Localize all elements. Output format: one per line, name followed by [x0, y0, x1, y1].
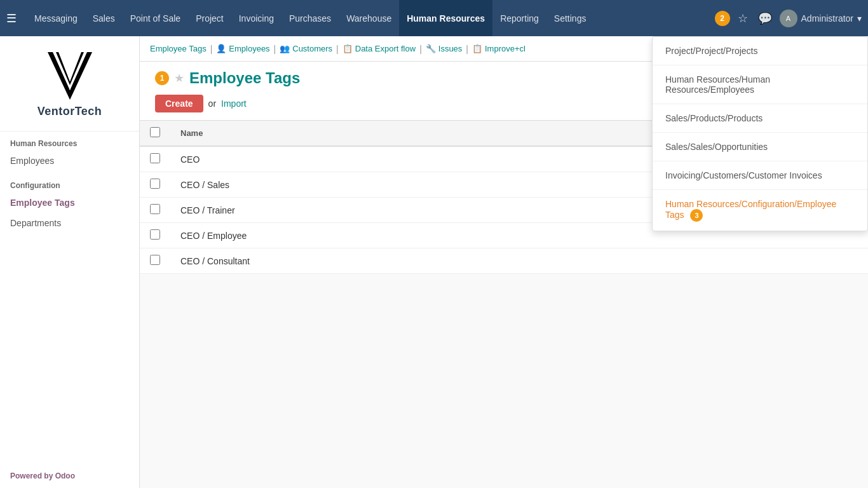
row-check-cell: [140, 146, 170, 172]
chat-icon[interactable]: 💬: [756, 9, 775, 28]
row-check-cell: [140, 198, 170, 223]
dropdown-item-sales-opportunities[interactable]: Sales/Sales/Opportunities: [653, 133, 867, 161]
employees-filter-icon: 👤: [216, 44, 226, 53]
improve-filter-icon: 📋: [472, 44, 482, 53]
issues-filter-icon: 🔧: [426, 44, 436, 53]
page-badge: 1: [155, 71, 169, 85]
filter-improve[interactable]: 📋 Improve+cl: [472, 44, 526, 53]
user-avatar: A: [780, 10, 797, 27]
row-check-cell: [140, 223, 170, 248]
powered-by: Powered by Odoo: [0, 464, 139, 488]
create-button[interactable]: Create: [155, 95, 203, 112]
employee-tags-filter-label: Employee Tags: [150, 44, 207, 53]
sidebar-item-employee-tags[interactable]: Employee Tags: [0, 193, 139, 213]
notification-badge[interactable]: 2: [715, 11, 730, 26]
filter-customers[interactable]: 👥 Customers: [280, 44, 332, 53]
filter-employee-tags[interactable]: Employee Tags: [150, 44, 207, 53]
row-check-cell: [140, 248, 170, 274]
nav-item-project[interactable]: Project: [188, 0, 231, 36]
filter-issues[interactable]: 🔧 Issues: [426, 44, 463, 53]
nav-menu-items: Messaging Sales Point of Sale Project In…: [27, 0, 715, 36]
filter-sep-2: |: [274, 44, 276, 54]
nav-item-point-of-sale[interactable]: Point of Sale: [123, 0, 188, 36]
filter-sep-4: |: [419, 44, 422, 54]
customers-filter-icon: 👥: [280, 44, 290, 53]
company-logo: [44, 49, 95, 100]
filter-data-export[interactable]: 📋 Data Export flow: [342, 44, 416, 53]
svg-marker-0: [48, 52, 92, 100]
nav-right-section: 2 ☆ 💬 A Administrator ▾: [715, 9, 862, 28]
dropdown-item-badge: 3: [690, 209, 703, 222]
hamburger-menu[interactable]: ☰: [6, 11, 17, 25]
page-title: Employee Tags: [189, 69, 300, 87]
nav-item-purchases[interactable]: Purchases: [281, 0, 339, 36]
row-name-cell[interactable]: CEO / Consultant: [170, 248, 868, 274]
or-label: or: [208, 98, 216, 109]
row-checkbox[interactable]: [150, 204, 160, 214]
dropdown-item-hr-employees[interactable]: Human Resources/Human Resources/Employee…: [653, 65, 867, 104]
employees-filter-label: Employees: [229, 44, 269, 53]
user-name: Administrator: [801, 13, 853, 24]
row-checkbox[interactable]: [150, 179, 160, 189]
row-checkbox[interactable]: [150, 255, 160, 265]
filter-sep-3: |: [336, 44, 339, 54]
sidebar-item-departments[interactable]: Departments: [0, 213, 139, 233]
filter-sep-1: |: [210, 44, 213, 54]
issues-filter-label: Issues: [438, 44, 463, 53]
customers-filter-label: Customers: [292, 44, 332, 53]
table-row[interactable]: CEO / Consultant: [140, 248, 868, 274]
select-all-checkbox[interactable]: [150, 127, 160, 137]
sidebar-logo-area: VentorTech: [0, 36, 139, 132]
user-menu[interactable]: A Administrator ▾: [780, 10, 862, 27]
nav-item-reporting[interactable]: Reporting: [492, 0, 546, 36]
nav-item-invoicing[interactable]: Invoicing: [231, 0, 281, 36]
row-checkbox[interactable]: [150, 153, 160, 163]
nav-item-messaging[interactable]: Messaging: [27, 0, 85, 36]
filter-employees[interactable]: 👤 Employees: [216, 44, 269, 53]
dropdown-item-invoicing-customers[interactable]: Invoicing/Customers/Customer Invoices: [653, 161, 867, 190]
data-export-filter-label: Data Export flow: [355, 44, 416, 53]
row-check-cell: [140, 172, 170, 198]
sidebar-item-employees[interactable]: Employees: [0, 151, 139, 171]
dropdown-item-hr-employee-tags[interactable]: Human Resources/Configuration/Employee T…: [653, 190, 867, 231]
table-header-check: [140, 121, 170, 146]
import-button[interactable]: Import: [221, 98, 247, 109]
nav-item-warehouse[interactable]: Warehouse: [339, 0, 399, 36]
dropdown-item-project[interactable]: Project/Project/Projects: [653, 37, 867, 65]
row-checkbox[interactable]: [150, 229, 160, 240]
sidebar-section-configuration: Configuration: [0, 173, 139, 193]
favorite-star[interactable]: ★: [174, 71, 184, 85]
brand-name: VentorTech: [37, 105, 102, 118]
data-export-filter-icon: 📋: [342, 44, 353, 53]
nav-item-settings[interactable]: Settings: [546, 0, 594, 36]
favorites-dropdown: Project/Project/Projects Human Resources…: [652, 36, 868, 231]
favorites-icon[interactable]: ☆: [735, 9, 750, 28]
sidebar-section-human-resources: Human Resources: [0, 132, 139, 151]
odoo-link[interactable]: Odoo: [55, 471, 75, 480]
filter-sep-5: |: [466, 44, 468, 54]
top-navigation: ☰ Messaging Sales Point of Sale Project …: [0, 0, 868, 36]
sidebar: VentorTech Human Resources Employees Con…: [0, 36, 140, 488]
user-dropdown-arrow: ▾: [857, 13, 862, 24]
nav-item-human-resources[interactable]: Human Resources: [399, 0, 492, 36]
improve-filter-label: Improve+cl: [485, 44, 526, 53]
dropdown-item-sales-products[interactable]: Sales/Products/Products: [653, 104, 867, 133]
nav-item-sales[interactable]: Sales: [85, 0, 123, 36]
